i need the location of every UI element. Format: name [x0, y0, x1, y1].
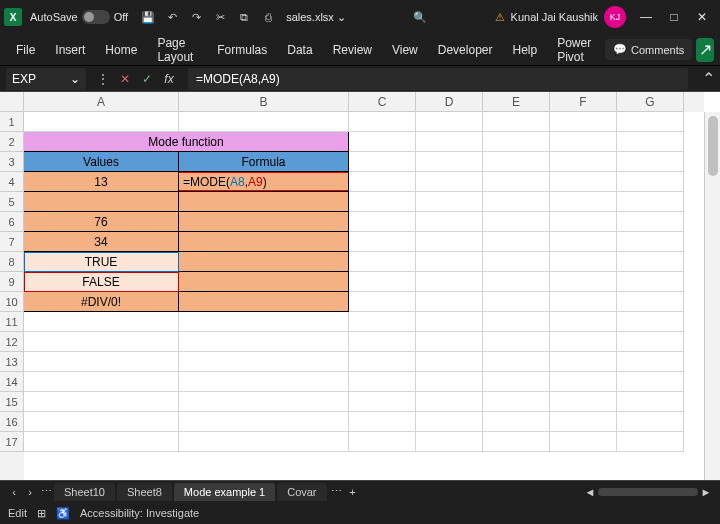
formula-input[interactable]: =MODE(A8,A9): [188, 68, 688, 90]
cell[interactable]: [179, 372, 349, 392]
cell[interactable]: [550, 312, 617, 332]
cell[interactable]: [24, 312, 179, 332]
row-header[interactable]: 13: [0, 352, 24, 372]
cell[interactable]: [550, 132, 617, 152]
cell[interactable]: [24, 352, 179, 372]
cell[interactable]: [483, 352, 550, 372]
cell[interactable]: [483, 252, 550, 272]
cell[interactable]: [179, 232, 349, 252]
cell-b4-editing[interactable]: =MODE(A8,A9): [179, 172, 349, 192]
cell[interactable]: [550, 232, 617, 252]
fx-icon[interactable]: fx: [158, 72, 180, 86]
cell[interactable]: [483, 412, 550, 432]
cell[interactable]: [617, 272, 684, 292]
cell[interactable]: [617, 232, 684, 252]
accessibility-status[interactable]: Accessibility: Investigate: [80, 507, 199, 519]
cell[interactable]: [617, 312, 684, 332]
cell[interactable]: [179, 292, 349, 312]
tab-data[interactable]: Data: [277, 37, 322, 63]
accessibility-icon[interactable]: ♿: [56, 507, 70, 520]
cell[interactable]: [179, 192, 349, 212]
row-header[interactable]: 5: [0, 192, 24, 212]
cell[interactable]: [24, 112, 179, 132]
cell[interactable]: [179, 432, 349, 452]
row-header[interactable]: 10: [0, 292, 24, 312]
cell[interactable]: [349, 272, 416, 292]
cell[interactable]: [416, 412, 483, 432]
cell[interactable]: [349, 372, 416, 392]
hscroll-right-icon[interactable]: ►: [698, 486, 714, 498]
cut-icon[interactable]: ✂: [209, 6, 231, 28]
cell[interactable]: [483, 332, 550, 352]
cell[interactable]: [24, 332, 179, 352]
cell[interactable]: [483, 132, 550, 152]
cell[interactable]: [550, 112, 617, 132]
cell[interactable]: [416, 312, 483, 332]
sheet-tab[interactable]: Sheet10: [54, 483, 115, 501]
cell[interactable]: [550, 332, 617, 352]
row-header[interactable]: 15: [0, 392, 24, 412]
close-button[interactable]: ✕: [688, 3, 716, 31]
save-icon[interactable]: 💾: [137, 6, 159, 28]
row-header[interactable]: 8: [0, 252, 24, 272]
col-header-c[interactable]: C: [349, 92, 416, 112]
row-header[interactable]: 14: [0, 372, 24, 392]
sheet-tab[interactable]: Sheet8: [117, 483, 172, 501]
cell-a6[interactable]: 76: [24, 212, 179, 232]
copy-icon[interactable]: ⧉: [233, 6, 255, 28]
row-header[interactable]: 6: [0, 212, 24, 232]
cell[interactable]: [483, 292, 550, 312]
cell[interactable]: [179, 392, 349, 412]
vertical-scrollbar[interactable]: [704, 112, 720, 480]
cell[interactable]: [550, 392, 617, 412]
sheet-nav-next-icon[interactable]: ›: [22, 486, 38, 498]
cell[interactable]: [617, 152, 684, 172]
filename-dropdown[interactable]: sales.xlsx ⌄: [286, 11, 346, 24]
tab-home[interactable]: Home: [95, 37, 147, 63]
cell[interactable]: [483, 212, 550, 232]
comments-button[interactable]: 💬 Comments: [605, 39, 692, 60]
cell[interactable]: [617, 132, 684, 152]
row-header[interactable]: 11: [0, 312, 24, 332]
row-header[interactable]: 9: [0, 272, 24, 292]
cell[interactable]: [179, 412, 349, 432]
cell-a8[interactable]: TRUE: [24, 252, 179, 272]
cancel-icon[interactable]: ✕: [114, 72, 136, 86]
cell[interactable]: [349, 352, 416, 372]
col-header-a[interactable]: A: [24, 92, 179, 112]
cell[interactable]: [349, 132, 416, 152]
undo-icon[interactable]: ↶: [161, 6, 183, 28]
tab-power-pivot[interactable]: Power Pivot: [547, 30, 605, 70]
tab-review[interactable]: Review: [323, 37, 382, 63]
horizontal-scrollbar[interactable]: [598, 488, 698, 496]
select-all-corner[interactable]: [0, 92, 24, 112]
autosave-toggle[interactable]: AutoSave Off: [30, 10, 128, 24]
user-account[interactable]: ⚠ Kunal Jai Kaushik KJ: [495, 6, 626, 28]
cell[interactable]: [483, 392, 550, 412]
cell[interactable]: [24, 392, 179, 412]
cell[interactable]: [617, 252, 684, 272]
cell[interactable]: [349, 432, 416, 452]
cell[interactable]: [416, 172, 483, 192]
cell[interactable]: [179, 212, 349, 232]
sheet-overflow-icon[interactable]: ⋯: [329, 485, 345, 498]
row-header[interactable]: 1: [0, 112, 24, 132]
cell[interactable]: [416, 132, 483, 152]
cell[interactable]: [617, 352, 684, 372]
cell[interactable]: [617, 192, 684, 212]
cell[interactable]: [349, 192, 416, 212]
tab-formulas[interactable]: Formulas: [207, 37, 277, 63]
sheet-nav-prev-icon[interactable]: ‹: [6, 486, 22, 498]
cell[interactable]: [550, 272, 617, 292]
sheet-tab-active[interactable]: Mode example 1: [174, 483, 275, 501]
cell[interactable]: [416, 212, 483, 232]
col-header-e[interactable]: E: [483, 92, 550, 112]
row-header[interactable]: 16: [0, 412, 24, 432]
cell[interactable]: [550, 252, 617, 272]
scrollbar-thumb[interactable]: [708, 116, 718, 176]
cell-header-formula[interactable]: Formula: [179, 152, 349, 172]
col-header-b[interactable]: B: [179, 92, 349, 112]
cell[interactable]: [550, 172, 617, 192]
tab-page-layout[interactable]: Page Layout: [147, 30, 207, 70]
cell[interactable]: [416, 232, 483, 252]
